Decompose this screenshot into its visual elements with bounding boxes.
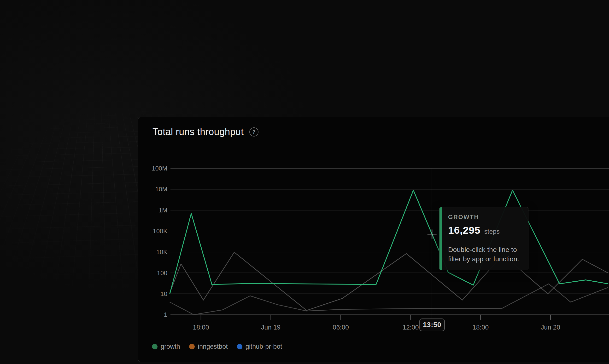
y-axis-label: 10M <box>155 186 167 193</box>
legend-label: github-pr-bot <box>246 343 282 350</box>
tooltip-unit: steps <box>484 228 500 235</box>
y-axis-label: 10 <box>160 290 167 298</box>
x-axis-label: 18:00 <box>472 324 489 331</box>
tooltip-series-name: GROWTH <box>448 214 522 221</box>
help-icon[interactable]: ? <box>249 127 259 136</box>
throughput-line-chart[interactable]: 100M10M1M100K10K10010118:00Jun 1906:0012… <box>138 117 609 362</box>
tooltip-series-color-bar <box>440 207 442 270</box>
chart-legend: growth inngestbot github-pr-bot <box>152 343 282 350</box>
growth-series-dot <box>152 344 157 349</box>
tooltip-hint-text: Double-click the line to filter by app o… <box>448 245 520 264</box>
x-axis-label: 18:00 <box>193 324 209 331</box>
tooltip-value-row: 16,295 steps <box>448 224 522 236</box>
series-line-inngestbot[interactable] <box>170 252 608 310</box>
x-axis-label: Jun 19 <box>261 324 280 331</box>
x-axis-label: Jun 20 <box>541 324 560 331</box>
y-axis-label: 100M <box>152 165 167 172</box>
tooltip-value: 16,295 <box>448 224 481 236</box>
github-pr-bot-series-dot <box>237 344 242 349</box>
series-line-growth[interactable] <box>170 190 608 294</box>
y-axis-label: 1M <box>159 207 167 214</box>
y-axis-label: 100 <box>157 269 167 277</box>
card-header: Total runs throughput ? <box>152 126 259 137</box>
page-background: 100M10M1M100K10K10010118:00Jun 1906:0012… <box>0 0 609 364</box>
card-title: Total runs throughput <box>152 126 244 137</box>
y-axis-label: 10K <box>156 248 167 256</box>
legend-label: inngestbot <box>198 343 228 350</box>
x-axis-label: 12:00 <box>402 324 419 331</box>
total-runs-throughput-card: 100M10M1M100K10K10010118:00Jun 1906:0012… <box>138 117 609 362</box>
legend-item-inngestbot[interactable]: inngestbot <box>189 343 228 350</box>
y-axis-label: 1 <box>164 311 167 318</box>
chart-tooltip: GROWTH 16,295 steps Double-click the lin… <box>439 207 528 270</box>
inngestbot-series-dot <box>189 344 195 349</box>
x-axis-label: 06:00 <box>332 324 349 331</box>
legend-item-github-pr-bot[interactable]: github-pr-bot <box>237 343 282 350</box>
y-axis-label: 100K <box>153 228 167 235</box>
crosshair-time-badge: 13:50 <box>419 318 445 331</box>
legend-label: growth <box>161 343 180 350</box>
tooltip-divider <box>440 241 528 241</box>
legend-item-growth[interactable]: growth <box>152 343 180 350</box>
